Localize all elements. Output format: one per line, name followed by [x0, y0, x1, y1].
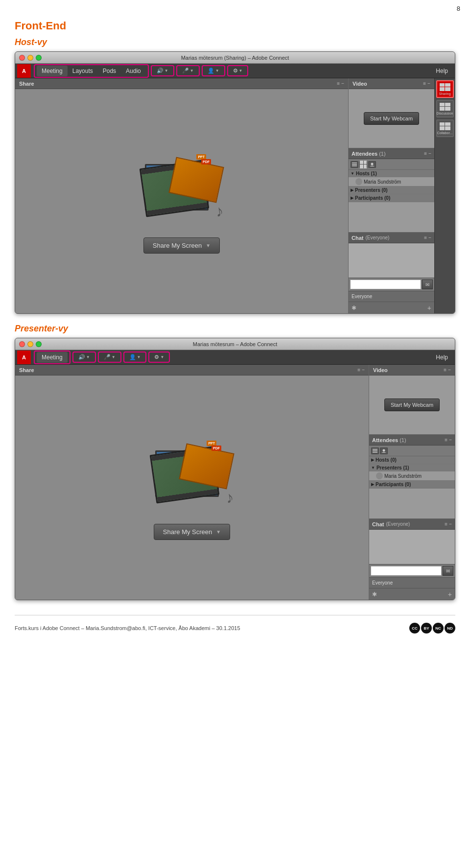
audio-icon-btn[interactable]: 🔊 ▼ [154, 67, 171, 75]
presenter-share-my-screen-btn[interactable]: Share My Screen ▼ [154, 524, 230, 540]
host-toolbar-audio: 🔊 ▼ [151, 65, 174, 76]
maximize-btn[interactable] [36, 55, 42, 61]
menu-audio[interactable]: Audio [121, 66, 146, 76]
pres-user-icon-svg [381, 449, 386, 453]
presenter-attendees-count: (1) [400, 437, 406, 443]
pres-panel-min-icon[interactable]: − [362, 367, 365, 373]
main-title: Front-End [15, 20, 455, 32]
cc-license-badge: CC BY NC ND [409, 623, 455, 633]
extra-dropdown-arrow: ▼ [239, 69, 243, 73]
host-attendees-header: Attendees (1) ≡ − [349, 148, 434, 159]
pres-wnd-settings-icon[interactable]: ✱ [372, 591, 377, 598]
pres-presenters-label: Presenters (1) [376, 465, 409, 470]
cc-icon: CC [409, 623, 420, 633]
host-participants-header[interactable]: ▶ Participants (0) [349, 194, 434, 202]
pres-hosts-header[interactable]: ▶ Hosts (0) [369, 456, 455, 464]
host-hosts-label: Hosts (1) [356, 171, 377, 176]
host-share-title: Share [19, 81, 34, 87]
pres-participants-arrow-icon: ▶ [371, 482, 374, 487]
pres-participants-header[interactable]: ▶ Participants (0) [369, 481, 455, 488]
menu-meeting[interactable]: Meeting [37, 66, 68, 76]
pres-mic-btn[interactable]: 🎤 ▼ [101, 353, 118, 361]
pres-minimize-btn[interactable] [27, 341, 33, 347]
menu-pods[interactable]: Pods [98, 66, 121, 76]
presenter-main-area: Share ≡ − PPT PDF [15, 365, 455, 600]
pres-menu-meeting[interactable]: Meeting [37, 352, 68, 363]
pres-chat-min-icon[interactable]: − [449, 521, 452, 527]
presenter-attendees-section: Attendees (1) ≡ − [369, 435, 455, 518]
pres-maximize-btn[interactable] [36, 341, 42, 347]
pres-close-btn[interactable] [19, 341, 25, 347]
chat-menu-icon[interactable]: ≡ [424, 235, 427, 240]
chat-min-icon[interactable]: − [428, 235, 431, 240]
presenter-chat-body [369, 530, 455, 564]
svg-point-8 [383, 449, 385, 451]
att-user-icon[interactable] [368, 161, 376, 168]
host-presenters-header[interactable]: ▶ Presenters (0) [349, 187, 434, 194]
video-min-icon[interactable]: − [427, 81, 430, 86]
att-grid-icon[interactable] [359, 161, 367, 168]
minimize-btn[interactable] [27, 55, 33, 61]
pres-panel-menu-icon[interactable]: ≡ [357, 367, 360, 373]
pres-presenter-avatar [376, 472, 383, 479]
att-list-icon[interactable] [351, 161, 358, 168]
pres-settings-btn[interactable]: ⚙ ▼ [151, 353, 167, 361]
attendees-min-icon[interactable]: − [428, 151, 431, 156]
extra-icon-btn[interactable]: ⚙ ▼ [230, 67, 246, 75]
presenter-chat-send-btn[interactable]: ✉ [443, 566, 453, 576]
pres-audio-btn[interactable]: 🔊 ▼ [75, 353, 93, 361]
host-share-panel: Share ≡ − PPT PDF [15, 78, 349, 313]
wnd-add-icon[interactable]: + [427, 304, 431, 312]
host-window: Marias mötesrum (Sharing) – Adobe Connec… [15, 51, 455, 314]
sidebar-collab-btn[interactable]: Collabor... [436, 119, 454, 137]
attendees-menu-icon[interactable]: ≡ [424, 151, 427, 156]
host-webcam-btn[interactable]: Start My Webcam [364, 112, 419, 125]
pres-wnd-add-icon[interactable]: + [448, 590, 452, 598]
presenter-chat-input[interactable] [371, 566, 442, 576]
host-name: Maria Sundström [364, 179, 401, 185]
presenter-webcam-btn[interactable]: Start My Webcam [384, 399, 440, 411]
host-sidebar-panel: Sharing Discussion Collabor... [434, 78, 455, 313]
pres-chat-menu-icon[interactable]: ≡ [445, 521, 447, 527]
host-attendees-toolbar [349, 159, 434, 170]
pres-presenter-item: Maria Sundström [369, 471, 455, 480]
pres-video-menu-icon[interactable]: ≡ [444, 367, 446, 373]
panel-min-icon[interactable]: − [341, 81, 344, 86]
pres-pdf-badge: PDF [212, 446, 221, 451]
pres-speaker-icon: 🔊 [78, 354, 85, 360]
pres-presenters-arrow-icon: ▼ [371, 466, 375, 470]
host-hosts-header[interactable]: ▼ Hosts (1) [349, 170, 434, 177]
host-chat-controls: ≡ − [424, 235, 431, 240]
pres-video-min-icon[interactable]: − [448, 367, 451, 373]
host-chat-input[interactable] [350, 280, 421, 289]
user-icon-btn[interactable]: 👤 ▼ [205, 67, 222, 75]
host-help-btn[interactable]: Help [431, 68, 453, 74]
collab-grid-icon [440, 122, 450, 130]
host-chat-send-btn[interactable]: ✉ [422, 280, 433, 289]
pres-presenters-header[interactable]: ▼ Presenters (1) [369, 464, 455, 471]
list-icon-svg [352, 163, 357, 166]
pdf-badge: PDF [201, 159, 211, 164]
sidebar-sharing-btn[interactable]: Sharing [436, 80, 454, 98]
video-menu-icon[interactable]: ≡ [423, 81, 426, 86]
menu-layouts[interactable]: Layouts [68, 66, 98, 76]
presenter-help-btn[interactable]: Help [431, 354, 453, 361]
sidebar-discussion-label: Discussion [437, 112, 453, 115]
host-video-title: Video [352, 81, 367, 87]
wnd-settings-icon[interactable]: ✱ [352, 305, 356, 311]
sidebar-discussion-btn[interactable]: Discussion [436, 100, 454, 117]
pres-att-list-icon[interactable] [371, 447, 379, 454]
pres-attendees-min-icon[interactable]: − [449, 437, 452, 443]
pres-user-btn[interactable]: 👤 ▼ [126, 353, 144, 361]
by-icon: BY [421, 623, 432, 633]
host-share-my-screen-btn[interactable]: Share My Screen ▼ [143, 237, 220, 254]
mic-icon-btn[interactable]: 🎤 ▼ [179, 67, 197, 75]
host-chat-section: Chat (Everyone) ≡ − ✉ [349, 232, 434, 302]
presenter-menu-group: Meeting [34, 351, 70, 364]
panel-menu-icon[interactable]: ≡ [337, 81, 340, 86]
pres-att-user-icon[interactable] [380, 447, 388, 454]
pres-toolbar-audio: 🔊 ▼ [72, 352, 96, 363]
pres-attendees-menu-icon[interactable]: ≡ [445, 437, 447, 443]
close-btn[interactable] [19, 55, 25, 61]
host-presenters-label: Presenters (0) [355, 188, 388, 193]
